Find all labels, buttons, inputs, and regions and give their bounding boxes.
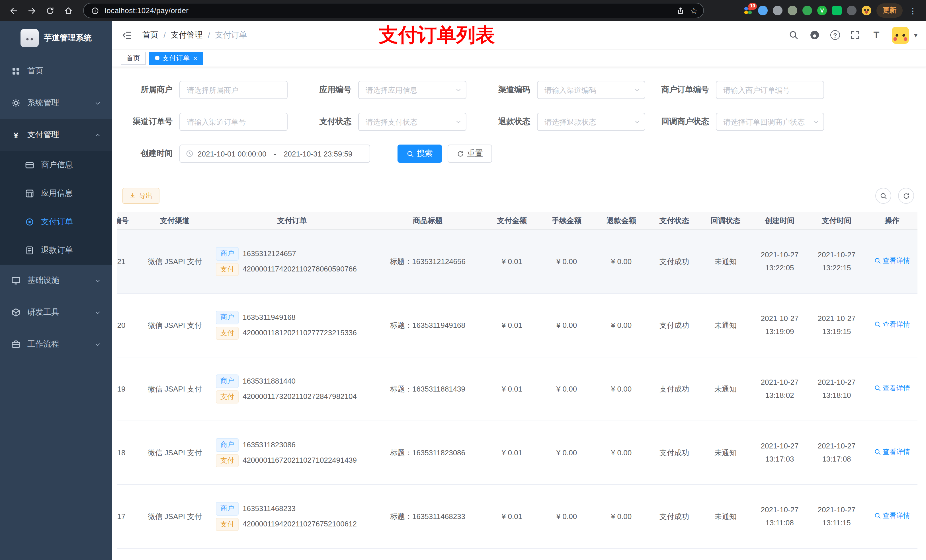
channel-code-select[interactable]: [537, 81, 645, 99]
cell-status: 支付成功: [649, 256, 700, 267]
bookmark-star-icon[interactable]: ☆: [690, 5, 698, 16]
help-doc-icon[interactable]: ?: [830, 30, 840, 40]
view-detail-link[interactable]: 查看详情: [874, 256, 910, 266]
cell-channel: 微信 JSAPI 支付: [138, 256, 211, 267]
sidebar-item-workflow[interactable]: 工作流程: [0, 328, 112, 360]
extension-v-icon[interactable]: V: [817, 6, 827, 15]
chevron-down-icon: [95, 341, 101, 347]
browser-update-button[interactable]: 更新: [876, 3, 903, 18]
header-search-icon[interactable]: [788, 29, 800, 41]
toggle-search-icon[interactable]: [875, 188, 891, 204]
merchant-order-no: 1635312124657: [243, 248, 296, 259]
sidebar-item-pay-order[interactable]: 支付订单: [0, 208, 112, 236]
create-time-field: 创建时间 2021-10-01 00:00:00 - 2021-10-31 23…: [123, 145, 370, 163]
refund-status-select[interactable]: [537, 113, 645, 131]
field-label: 渠道订单号: [123, 117, 179, 127]
extension-green-icon[interactable]: [802, 6, 812, 15]
extension-olive-icon[interactable]: [788, 6, 797, 15]
url-text: localhost:1024/pay/order: [105, 6, 189, 15]
merchant-tag: 商户: [216, 311, 239, 324]
browser-forward-icon[interactable]: [24, 3, 40, 18]
pay-tag: 支付: [216, 454, 239, 467]
extension-blue-icon[interactable]: [758, 6, 768, 15]
sidebar-item-merchant-info[interactable]: 商户信息: [0, 151, 112, 179]
reset-button[interactable]: 重置: [448, 145, 492, 163]
date-range-picker[interactable]: 2021-10-01 00:00:00 - 2021-10-31 23:59:5…: [179, 145, 370, 163]
font-size-icon[interactable]: T: [871, 29, 882, 41]
view-detail-link[interactable]: 查看详情: [874, 511, 910, 521]
site-info-icon[interactable]: [89, 5, 101, 16]
pay-status-select[interactable]: [358, 113, 466, 131]
view-detail-link[interactable]: 查看详情: [874, 320, 910, 330]
merchant-select[interactable]: [179, 81, 287, 99]
cell-notify: 未通知: [700, 383, 751, 395]
pay-order-no: 4200001194202110276752100612: [243, 519, 357, 530]
field-label: 应用编号: [301, 85, 358, 95]
breadcrumb-home[interactable]: 首页: [142, 30, 158, 40]
extension-gray-icon[interactable]: [773, 6, 782, 15]
sidebar-toggle-icon[interactable]: [121, 29, 133, 41]
cell-order: 商户1635311881440 支付4200001173202110272847…: [211, 373, 371, 406]
sidebar-item-app-info[interactable]: 应用信息: [0, 179, 112, 208]
sidebar-item-label: 工作流程: [27, 339, 59, 349]
search-button[interactable]: 搜索: [398, 145, 442, 163]
extension-chat-icon[interactable]: [832, 6, 842, 15]
top-navbar: 首页 / 支付管理 / 支付订单 支付订单列表 ? T ▾: [112, 21, 926, 50]
cell-fee: ¥ 0.00: [539, 383, 594, 395]
github-icon[interactable]: [809, 29, 821, 41]
extension-pin-icon[interactable]: 10: [743, 6, 753, 15]
merchant-tag: 商户: [216, 502, 239, 515]
extension-badge: 10: [748, 3, 757, 9]
col-title: 商品标题: [371, 216, 485, 226]
sidebar-item-dev-tools[interactable]: 研发工具: [0, 296, 112, 328]
browser-back-icon[interactable]: [6, 3, 22, 18]
tab-pay-order[interactable]: 支付订单 ×: [149, 51, 203, 65]
user-menu-caret-icon[interactable]: ▾: [914, 31, 917, 39]
breadcrumb-current: 支付订单: [215, 30, 247, 40]
search-button-label: 搜索: [417, 148, 433, 159]
sidebar-item-payment[interactable]: ¥ 支付管理: [0, 119, 112, 151]
notify-status-select[interactable]: [716, 113, 824, 131]
breadcrumb-pay-mgmt[interactable]: 支付管理: [171, 30, 203, 40]
merchant-order-no-input[interactable]: [716, 81, 824, 99]
pay-order-no: 4200001181202110277723215336: [243, 328, 357, 339]
sidebar-item-system[interactable]: 系统管理: [0, 87, 112, 119]
col-notify: 回调状态: [700, 216, 751, 226]
pay-tag: 支付: [216, 263, 239, 276]
merchant-order-no: 1635311468233: [243, 503, 295, 514]
annotation-title: 支付订单列表: [379, 22, 495, 48]
app-no-select[interactable]: [358, 81, 466, 99]
sidebar-item-refund-order[interactable]: 退款订单: [0, 236, 112, 265]
share-icon[interactable]: [675, 5, 686, 16]
sidebar-item-home[interactable]: 首页: [0, 55, 112, 87]
browser-menu-icon[interactable]: ⋮: [908, 6, 918, 15]
chevron-down-icon: [813, 118, 820, 125]
yen-icon: ¥: [11, 130, 21, 139]
view-detail-link[interactable]: 查看详情: [874, 447, 910, 457]
extension-pin-dark-icon[interactable]: [847, 6, 856, 15]
extension-profile-icon[interactable]: [862, 6, 872, 15]
table-row: 19 微信 JSAPI 支付 商户1635311881440 支付4200001…: [117, 358, 917, 421]
cell-paid: 2021-10-2713:19:15: [808, 313, 865, 338]
close-tab-icon[interactable]: ×: [193, 54, 197, 62]
cell-paid: 2021-10-2713:18:10: [808, 376, 865, 402]
sidebar-menu: 首页 系统管理 ¥ 支付管理 商户信息: [0, 55, 112, 360]
view-detail-link[interactable]: 查看详情: [874, 383, 910, 394]
cell-refund: ¥ 0.00: [594, 383, 649, 395]
app-logo[interactable]: 芋道管理系统: [0, 21, 112, 55]
address-bar[interactable]: localhost:1024/pay/order ☆: [83, 3, 704, 18]
sidebar-item-infra[interactable]: 基础设施: [0, 265, 112, 296]
browser-home-icon[interactable]: [61, 3, 76, 18]
export-button[interactable]: 导出: [123, 188, 159, 204]
sidebar-item-label: 退款订单: [41, 245, 73, 255]
tab-home[interactable]: 首页: [121, 51, 146, 65]
user-avatar[interactable]: [892, 26, 909, 44]
col-refund: 退款金额: [594, 216, 649, 226]
cell-order: 商户1635312124657 支付4200001174202110278060…: [211, 245, 371, 278]
refresh-table-icon[interactable]: [898, 188, 914, 204]
channel-order-no-input[interactable]: [179, 113, 287, 131]
fullscreen-icon[interactable]: [850, 29, 861, 41]
browser-reload-icon[interactable]: [42, 3, 58, 18]
cell-paid: 2021-10-2713:22:15: [808, 249, 865, 274]
col-action: 操作: [865, 216, 917, 226]
